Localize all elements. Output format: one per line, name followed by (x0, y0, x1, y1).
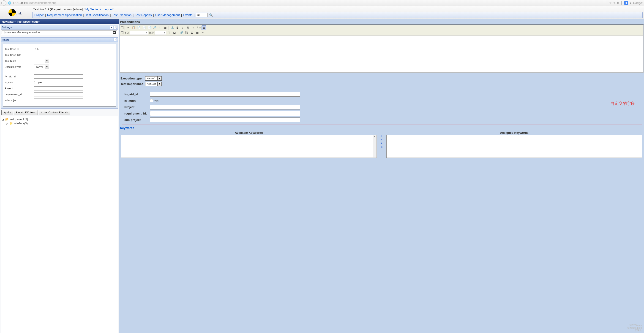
cf-label: sub-project: (124, 118, 150, 122)
bullet-list-icon[interactable]: ⋮≡ (196, 26, 201, 30)
filter-suite-dropdown[interactable]: ▼ (34, 59, 49, 63)
dropdown-icon[interactable]: ▾ (614, 1, 615, 4)
collapse-icon[interactable]: ▴ (110, 26, 113, 29)
paste-word-icon[interactable]: 📄 (147, 26, 152, 30)
filter-fw-atd-id-input[interactable] (34, 74, 83, 78)
unlink-icon[interactable]: ⛓ (184, 30, 189, 35)
chevron-down-icon[interactable]: ▼ (157, 82, 162, 86)
search-placeholder[interactable]: Google (633, 1, 643, 4)
italic-icon[interactable]: I (180, 26, 185, 30)
paste-icon[interactable]: 📄 (136, 26, 141, 30)
search-icon[interactable]: 🔍 (209, 13, 213, 17)
nav-test-spec[interactable]: Test Specification (86, 13, 108, 17)
reset-filters-button[interactable]: Reset Filters (14, 110, 38, 115)
filter-sub-project-input[interactable] (34, 98, 83, 102)
available-keywords-list[interactable] (121, 135, 373, 158)
move-left-icon[interactable]: ‹ (378, 142, 384, 145)
align-justify-icon[interactable]: ≣ (202, 26, 206, 30)
tree-root-node[interactable]: ◢ 📂 test_project (3) (2, 117, 116, 122)
cf-is-auto-checkbox[interactable] (150, 99, 153, 102)
google-search-icon[interactable]: g (624, 1, 628, 5)
bold-icon[interactable]: B (175, 26, 180, 30)
find-icon[interactable]: 🔎 (152, 26, 157, 30)
paste-text-icon[interactable]: 📄 (142, 26, 146, 30)
filter-tc-id-input[interactable] (34, 47, 53, 51)
toolbar-collapse-icon[interactable]: ▴ (121, 26, 124, 29)
toolbar-collapse-icon[interactable]: ▴ (121, 32, 124, 34)
font-size-dropdown[interactable] (154, 31, 166, 35)
move-right-icon[interactable]: › (378, 138, 384, 141)
cf-sub-project-input[interactable] (150, 118, 300, 122)
chevron-down-icon[interactable]: ▼ (157, 76, 162, 80)
numbered-list-icon[interactable]: ≡ (191, 26, 196, 30)
cf-fw-atd-id-input[interactable] (150, 92, 300, 97)
filter-is-auto-checkbox[interactable] (34, 81, 37, 84)
collapse-icon[interactable]: ▴ (114, 38, 117, 41)
scrollbar[interactable]: ▴ (373, 135, 377, 158)
tree-expand-icon[interactable]: ◢ (2, 118, 4, 121)
importance-label: Test importance (120, 82, 145, 86)
text-color-icon[interactable]: T̲ (167, 30, 171, 35)
cf-project-input[interactable] (150, 105, 300, 110)
filter-row-fw-atd-id: fw_atd_id (5, 74, 114, 79)
nav-project[interactable]: Project (34, 13, 44, 17)
quick-search-input[interactable] (196, 13, 208, 17)
browser-right-icons: ☆ ▾ ↻ │ g ▾ Google (609, 1, 643, 5)
chevron-down-icon[interactable]: ▼ (45, 59, 49, 63)
table-icon[interactable]: ▦ (195, 30, 200, 35)
reload-icon[interactable]: ↻ (617, 1, 619, 4)
nav-req-spec[interactable]: Requirement Specification (47, 13, 82, 17)
divider: │ (621, 1, 623, 4)
hr-icon[interactable]: ━ (200, 30, 205, 35)
update-tree-checkbox[interactable] (113, 31, 116, 34)
nav-events[interactable]: Events (183, 13, 192, 17)
filters-inner: Test Case ID Test Case Title Test Suite … (3, 44, 116, 106)
folder-icon: 📁 (10, 122, 13, 125)
exec-type-dropdown[interactable]: Manual▼ (145, 76, 162, 80)
image-icon[interactable]: 🖼 (190, 30, 194, 35)
preconditions-textarea[interactable] (120, 36, 643, 72)
tree-child-node[interactable]: ▷ 📁 interface(3) (6, 122, 116, 126)
link-logout[interactable]: Logout (104, 8, 113, 11)
select-all-icon[interactable]: ▦ (163, 26, 168, 30)
help-icon[interactable]: ? (114, 26, 117, 29)
hide-custom-fields-button[interactable]: Hide Custom Fields (39, 110, 70, 115)
link-icon[interactable]: 🔗 (179, 30, 184, 35)
replace-icon[interactable]: ↕ (158, 26, 162, 30)
importance-dropdown[interactable]: Medium▼ (145, 82, 162, 86)
filter-label: Test Suite (5, 60, 34, 62)
preconditions-label: Preconditions (120, 19, 644, 25)
nav-test-reports[interactable]: Test Reports (135, 13, 152, 17)
bg-color-icon[interactable]: ◪ (172, 30, 176, 35)
tree-expand-icon[interactable]: ▷ (6, 122, 8, 125)
bookmark-icon[interactable]: ☆ (609, 1, 612, 4)
cut-icon[interactable]: ✂ (126, 26, 130, 30)
apply-button[interactable]: Apply (1, 110, 13, 115)
filter-project-input[interactable] (34, 86, 83, 90)
font-family-dropdown[interactable] (130, 31, 148, 35)
logo-zone[interactable]: Test Link (0, 6, 31, 19)
search-engine-chevron-icon[interactable]: ▾ (630, 1, 631, 4)
link-my-settings[interactable]: My Settings (86, 8, 101, 11)
filter-label: Project (5, 87, 34, 90)
cf-row-req-id: requirement_id: (124, 110, 640, 116)
preconditions-editor: ▴ ✂ 📋 📄 📄 📄 🔎 ↕ ▦ ⚓ B I U ≡ ⋮≡ (120, 25, 644, 72)
nav-user-mgmt[interactable]: User Management (155, 13, 180, 17)
filter-exec-type-dropdown[interactable]: [Any]▼ (34, 64, 49, 69)
filter-req-id-input[interactable] (34, 92, 83, 96)
nav-test-exec[interactable]: Test Execution (112, 13, 132, 17)
move-all-right-icon[interactable]: » (378, 134, 384, 138)
move-all-left-icon[interactable]: « (378, 145, 384, 148)
anchor-icon[interactable]: ⚓ (170, 26, 174, 30)
cf-req-id-input[interactable] (150, 111, 300, 116)
update-tree-label: Update tree after every operation (3, 31, 40, 34)
chevron-down-icon[interactable]: ▼ (45, 65, 49, 69)
browser-back-button[interactable]: ← (1, 0, 6, 6)
underline-icon[interactable]: U (186, 26, 190, 30)
filter-tc-title-input[interactable] (34, 53, 83, 57)
copy-icon[interactable]: 📋 (131, 26, 136, 30)
address-bar[interactable]: 127.0.0.1:8080/testlink/index.php (13, 1, 608, 4)
assigned-keywords-list[interactable] (386, 135, 642, 158)
site-identity-icon[interactable]: 🌐 (8, 1, 12, 5)
exec-properties: Execution type Manual▼ Test importance M… (119, 73, 644, 88)
